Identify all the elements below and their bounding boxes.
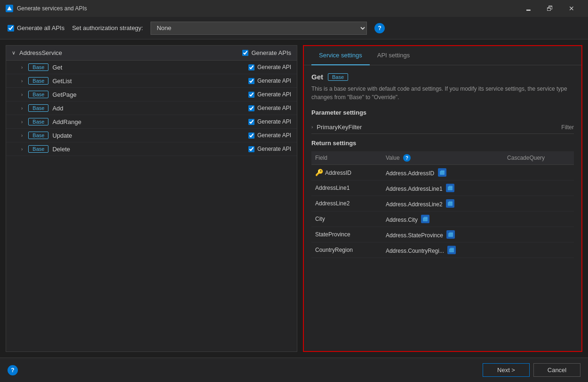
table-row-addressline1[interactable]: AddressLine1 Address.AddressLine1 xyxy=(311,180,574,196)
generate-apis-checkbox-container[interactable]: Generate APIs xyxy=(242,49,291,56)
generate-api-check-delete[interactable]: Generate API xyxy=(248,146,291,152)
service-row-delete[interactable]: › Base Delete Generate API xyxy=(6,142,297,156)
service-row-update[interactable]: › Base Update Generate API xyxy=(6,129,297,142)
row-chevron-icon-addrange: › xyxy=(21,119,23,125)
field-addressline1: AddressLine1 xyxy=(311,180,382,196)
service-row-add[interactable]: › Base Add Generate API xyxy=(6,101,297,115)
row-chevron-icon-delete: › xyxy=(21,147,23,152)
value-addressline1: Address.AddressLine1 xyxy=(382,180,503,196)
cancel-button[interactable]: Cancel xyxy=(533,363,580,377)
row-name-getpage: GetPage xyxy=(52,91,245,98)
footer-help-button[interactable]: ? xyxy=(8,365,18,375)
param-type: Filter xyxy=(561,124,574,131)
left-panel: ∨ AddressService Generate APIs › Base Ge… xyxy=(6,45,297,352)
generate-apis-label: Generate APIs xyxy=(251,49,291,56)
window-controls: 🗕 🗗 ✕ xyxy=(517,0,582,17)
table-row-addressid[interactable]: 🔑AddressID Address.AddressID xyxy=(311,165,574,180)
value-addressline2: Address.AddressLine2 xyxy=(382,196,503,211)
col-header-cascade: CascadeQuery xyxy=(503,151,574,165)
strategy-label: Set authorization strategy: xyxy=(72,24,143,31)
row-name-getlist: GetList xyxy=(52,78,245,85)
gen-api-label-getpage: Generate API xyxy=(257,91,291,98)
generate-apis-checkbox[interactable] xyxy=(242,50,248,56)
svg-rect-10 xyxy=(449,232,453,234)
primary-key-filter-row[interactable]: › PrimaryKeyFilter Filter xyxy=(311,121,574,134)
generate-all-apis-checkbox-label[interactable]: Generate all APIs xyxy=(8,24,64,31)
table-row-city[interactable]: City Address.City xyxy=(311,211,574,227)
value-help-button[interactable]: ? xyxy=(403,154,411,162)
param-chevron-icon: › xyxy=(311,125,313,130)
generate-api-check-get[interactable]: Generate API xyxy=(248,64,291,70)
topbar-help-button[interactable]: ? xyxy=(374,23,385,33)
svg-rect-4 xyxy=(449,186,453,187)
gen-api-label-addrange: Generate API xyxy=(257,118,291,125)
generate-all-apis-label: Generate all APIs xyxy=(17,24,64,31)
gen-api-checkbox-add[interactable] xyxy=(248,105,254,111)
gen-api-label-update: Generate API xyxy=(257,132,291,139)
cascade-addressid xyxy=(503,165,574,180)
key-icon: 🔑 xyxy=(315,169,323,176)
table-row-addressline2[interactable]: AddressLine2 Address.AddressLine2 xyxy=(311,196,574,211)
gen-api-checkbox-get[interactable] xyxy=(248,64,254,70)
base-badge-get: Base xyxy=(28,63,48,71)
gen-api-label-getlist: Generate API xyxy=(257,78,291,84)
value-city: Address.City xyxy=(382,211,503,227)
generate-api-check-getlist[interactable]: Generate API xyxy=(248,78,291,84)
value-addressid: Address.AddressID xyxy=(382,165,503,180)
gen-api-checkbox-addrange[interactable] xyxy=(248,119,254,125)
cascade-countryregion xyxy=(503,242,574,258)
service-row-addrange[interactable]: › Base AddRange Generate API xyxy=(6,115,297,129)
gen-api-checkbox-getpage[interactable] xyxy=(248,92,254,98)
service-row-getlist[interactable]: › Base GetList Generate API xyxy=(6,74,297,88)
row-chevron-icon: › xyxy=(21,65,23,70)
field-stateprovince: StateProvince xyxy=(311,227,382,242)
settings-tabs: Service settings API settings xyxy=(304,46,581,65)
maximize-button[interactable]: 🗗 xyxy=(539,0,561,17)
service-settings-content: Get Base This is a base service with def… xyxy=(304,65,581,265)
table-row-stateprovince[interactable]: StateProvince Address.StateProvince xyxy=(311,227,574,242)
row-chevron-icon-update: › xyxy=(21,133,23,138)
get-header: Get Base xyxy=(311,73,574,81)
generate-api-check-getpage[interactable]: Generate API xyxy=(248,91,291,98)
gen-api-checkbox-delete[interactable] xyxy=(248,146,254,152)
gen-api-label-delete: Generate API xyxy=(257,146,291,152)
return-table: Field Value ? CascadeQuery xyxy=(311,151,574,258)
svg-rect-8 xyxy=(424,217,428,218)
service-header: ∨ AddressService Generate APIs xyxy=(6,46,297,61)
next-button[interactable]: Next > xyxy=(483,363,530,377)
generate-all-apis-checkbox[interactable] xyxy=(8,25,14,31)
generate-api-check-update[interactable]: Generate API xyxy=(248,132,291,139)
gen-api-checkbox-update[interactable] xyxy=(248,133,254,139)
app-icon xyxy=(6,5,13,12)
base-badge-update: Base xyxy=(28,132,48,139)
table-row-countryregion[interactable]: CountryRegion Address.CountryRegi... xyxy=(311,242,574,258)
param-name: PrimaryKeyFilter xyxy=(317,124,557,131)
base-badge-addrange: Base xyxy=(28,118,48,125)
row-chevron-icon-getpage: › xyxy=(21,92,23,97)
generate-api-check-add[interactable]: Generate API xyxy=(248,105,291,111)
parameter-settings-title: Parameter settings xyxy=(311,109,574,116)
minimize-button[interactable]: 🗕 xyxy=(517,0,539,17)
svg-rect-12 xyxy=(450,248,454,249)
service-row-get[interactable]: › Base Get Generate API xyxy=(6,61,297,74)
gen-api-checkbox-getlist[interactable] xyxy=(248,78,254,84)
svg-marker-0 xyxy=(7,6,12,10)
cube-icon-addressid xyxy=(438,168,446,177)
cascade-city xyxy=(503,211,574,227)
service-name: AddressService xyxy=(19,49,238,56)
topbar: Generate all APIs Set authorization stra… xyxy=(0,17,588,39)
generate-api-check-addrange[interactable]: Generate API xyxy=(248,118,291,125)
tab-api-settings[interactable]: API settings xyxy=(370,46,417,65)
footer: ? Next > Cancel xyxy=(0,358,588,382)
gen-api-label-get: Generate API xyxy=(257,64,291,70)
value-stateprovince: Address.StateProvince xyxy=(382,227,503,242)
tab-service-settings[interactable]: Service settings xyxy=(311,46,370,65)
return-settings-section: Return settings Field Value ? CascadeQue… xyxy=(311,140,574,258)
close-button[interactable]: ✕ xyxy=(561,0,582,17)
row-name-add: Add xyxy=(52,105,245,112)
field-countryregion: CountryRegion xyxy=(311,242,382,258)
service-row-getpage[interactable]: › Base GetPage Generate API xyxy=(6,88,297,101)
titlebar: Generate services and APIs 🗕 🗗 ✕ xyxy=(0,0,588,17)
authorization-strategy-select[interactable]: None JWT OAuth2 Basic xyxy=(151,22,367,35)
return-settings-title: Return settings xyxy=(311,140,574,147)
